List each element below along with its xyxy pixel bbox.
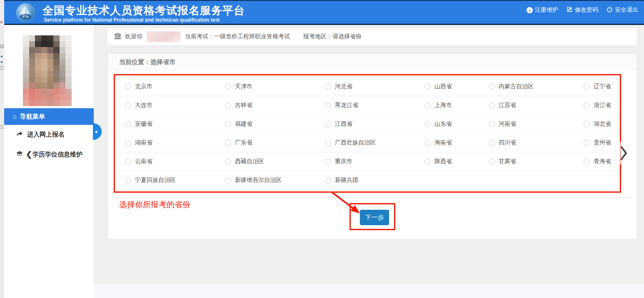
- photo-pixel: [41, 71, 47, 77]
- radio-icon[interactable]: [125, 121, 131, 127]
- photo-pixel: [65, 89, 72, 94]
- radio-icon[interactable]: [489, 140, 495, 146]
- sidebar: ⌂导航菜单 进入网上报名 ❮ 学历学位信息维护: [4, 25, 94, 298]
- province-option[interactable]: 四川省: [489, 139, 584, 147]
- next-step-button[interactable]: 下一步: [360, 210, 389, 225]
- radio-icon[interactable]: [584, 140, 590, 146]
- province-option[interactable]: 浙江省: [584, 102, 620, 109]
- province-option[interactable]: 陕西省: [424, 158, 489, 165]
- radio-icon[interactable]: [325, 102, 331, 109]
- sidebar-item-education-info[interactable]: ❮ 学历学位信息维护: [4, 149, 94, 160]
- province-label: 新疆兵团: [335, 176, 358, 184]
- photo-pixel: [47, 77, 54, 82]
- province-label: 四川省: [499, 139, 516, 147]
- province-option[interactable]: 天津市: [225, 83, 325, 90]
- carousel-next-icon[interactable]: [619, 145, 628, 161]
- province-option[interactable]: 湖南省: [125, 139, 225, 147]
- photo-pixel: [65, 47, 72, 53]
- radio-icon[interactable]: [489, 121, 495, 127]
- logout-link[interactable]: 安全退出: [607, 6, 638, 14]
- radio-icon[interactable]: [225, 83, 231, 89]
- radio-icon[interactable]: [125, 177, 131, 184]
- photo-pixel: [23, 94, 29, 100]
- radio-icon[interactable]: [125, 102, 131, 109]
- radio-icon[interactable]: [225, 159, 231, 165]
- photo-pixel: [29, 77, 35, 82]
- province-option[interactable]: 山东省: [424, 120, 489, 128]
- radio-icon[interactable]: [225, 121, 231, 127]
- radio-icon[interactable]: [225, 140, 231, 146]
- photo-pixel: [41, 89, 47, 94]
- photo-pixel: [60, 89, 66, 94]
- province-option[interactable]: 辽宁省: [584, 83, 620, 90]
- province-option[interactable]: 西藏自治区: [225, 158, 325, 165]
- radio-icon[interactable]: [584, 83, 590, 89]
- province-option[interactable]: 湖北省: [584, 120, 620, 128]
- photo-pixel: [53, 100, 60, 106]
- radio-icon[interactable]: [125, 159, 131, 165]
- province-option[interactable]: 新疆维吾尔自治区: [225, 176, 325, 184]
- change-password-link[interactable]: 修改密码: [567, 6, 598, 14]
- radio-icon[interactable]: [424, 140, 431, 146]
- radio-icon[interactable]: [125, 83, 131, 89]
- radio-icon[interactable]: [424, 121, 431, 127]
- sidebar-item-online-registration[interactable]: 进入网上报名: [4, 129, 94, 140]
- province-option[interactable]: 广西壮族自治区: [325, 139, 424, 147]
- radio-icon[interactable]: [584, 159, 590, 165]
- province-option[interactable]: 安徽省: [125, 120, 225, 128]
- province-label: 天津市: [235, 83, 252, 90]
- radio-icon[interactable]: [325, 177, 331, 184]
- radio-icon[interactable]: [584, 121, 590, 127]
- radio-icon[interactable]: [424, 159, 431, 165]
- province-option[interactable]: 吉林省: [225, 102, 325, 109]
- province-option[interactable]: 内蒙古自治区: [489, 83, 584, 90]
- radio-icon[interactable]: [325, 140, 331, 146]
- province-option[interactable]: 广东省: [225, 139, 325, 147]
- province-label: 上海市: [434, 102, 452, 109]
- province-option[interactable]: 福建省: [225, 120, 325, 128]
- photo-pixel: [35, 59, 41, 65]
- radio-icon[interactable]: [325, 159, 331, 165]
- province-option[interactable]: 新疆兵团: [325, 176, 424, 184]
- radio-icon[interactable]: [125, 140, 131, 146]
- province-option[interactable]: 重庆市: [325, 158, 424, 165]
- province-option[interactable]: 云南省: [125, 158, 225, 165]
- province-label: 内蒙古自治区: [499, 83, 534, 90]
- radio-icon[interactable]: [424, 83, 431, 89]
- logout-label: 安全退出: [615, 6, 638, 14]
- province-option[interactable]: 青海省: [584, 158, 620, 165]
- province-option[interactable]: 大连市: [125, 102, 225, 109]
- radio-icon[interactable]: [584, 102, 590, 109]
- province-option[interactable]: 江苏省: [489, 102, 584, 109]
- radio-icon[interactable]: [489, 102, 495, 109]
- province-label: 黑龙江省: [335, 102, 358, 109]
- province-label: 河北省: [335, 83, 352, 90]
- radio-icon[interactable]: [325, 121, 331, 127]
- province-option[interactable]: 海南省: [424, 139, 489, 147]
- sidebar-item-label: 学历学位信息维护: [32, 151, 82, 159]
- radio-icon[interactable]: [325, 83, 331, 89]
- province-option[interactable]: 甘肃省: [489, 158, 584, 165]
- province-option[interactable]: 河北省: [325, 83, 424, 90]
- radio-icon[interactable]: [225, 177, 231, 184]
- province-option[interactable]: 北京市: [125, 83, 225, 90]
- province-option[interactable]: 河南省: [489, 120, 584, 128]
- radio-icon[interactable]: [225, 102, 231, 109]
- photo-pixel: [29, 41, 35, 47]
- radio-icon[interactable]: [489, 83, 495, 89]
- register-maintenance-link[interactable]: i 注册维护: [527, 6, 558, 14]
- photo-pixel: [60, 65, 66, 71]
- photo-pixel: [35, 47, 41, 53]
- province-option[interactable]: 黑龙江省: [325, 102, 424, 109]
- radio-icon[interactable]: [424, 102, 431, 109]
- home-icon: ⌂: [12, 113, 17, 120]
- radio-icon[interactable]: [489, 159, 495, 165]
- province-label: 湖北省: [594, 120, 611, 128]
- edit-icon: [567, 6, 573, 14]
- province-option[interactable]: 山西省: [424, 83, 489, 90]
- province-option[interactable]: 上海市: [424, 102, 489, 109]
- province-option[interactable]: 宁夏回族自治区: [125, 176, 225, 184]
- province-option[interactable]: 江西省: [325, 120, 424, 128]
- province-option[interactable]: 贵州省: [584, 139, 620, 147]
- photo-pixel: [41, 65, 47, 71]
